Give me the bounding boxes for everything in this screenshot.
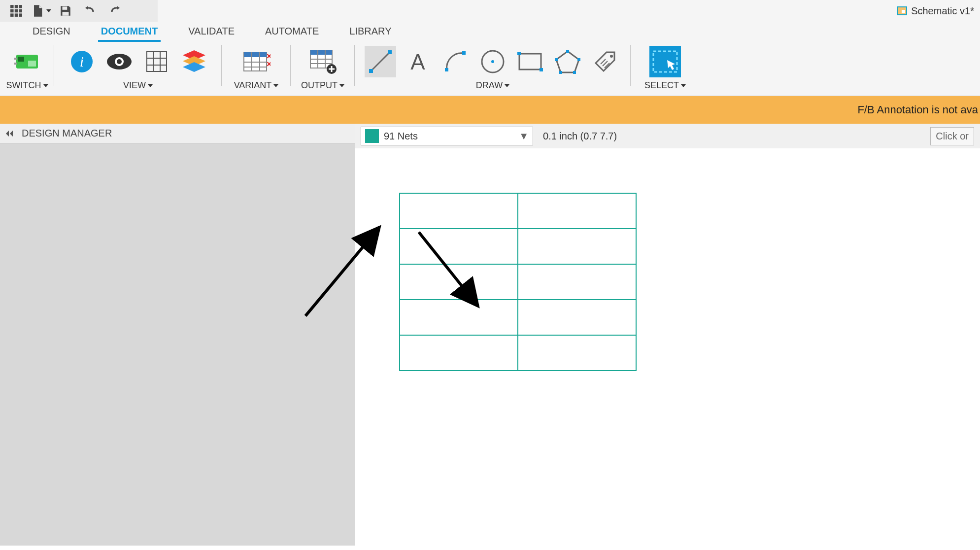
layer-select[interactable]: 91 Nets ▼ xyxy=(361,127,533,145)
canvas-toolbar: 91 Nets ▼ 0.1 inch (0.7 7.7) Click or xyxy=(355,124,980,148)
tab-design[interactable]: DESIGN xyxy=(30,24,73,42)
ribbon: SWITCH i VIEW xyxy=(0,42,980,96)
draw-rectangle-icon[interactable] xyxy=(514,46,546,77)
chevron-down-icon: ▼ xyxy=(519,131,529,142)
svg-point-43 xyxy=(491,60,494,63)
draw-polygon-icon[interactable] xyxy=(552,46,583,77)
warning-text: F/B Annotation is not ava xyxy=(857,103,978,116)
svg-text:×: × xyxy=(267,59,270,69)
save-icon[interactable] xyxy=(53,1,78,21)
layer-label: 91 Nets xyxy=(384,131,418,142)
table-cell xyxy=(518,193,636,229)
command-hint-input[interactable]: Click or xyxy=(930,127,974,145)
table-cell xyxy=(400,300,518,335)
draw-tag-icon[interactable] xyxy=(589,46,621,77)
svg-rect-48 xyxy=(566,50,569,53)
redo-icon[interactable] xyxy=(102,1,127,21)
svg-rect-22 xyxy=(244,52,267,57)
svg-rect-13 xyxy=(28,61,36,67)
apps-grid-icon[interactable] xyxy=(4,1,29,21)
svg-rect-41 xyxy=(462,51,466,55)
svg-line-36 xyxy=(371,52,390,71)
svg-rect-10 xyxy=(63,12,69,16)
draw-arc-icon[interactable] xyxy=(439,46,471,77)
table-cell xyxy=(400,264,518,300)
layer-color-swatch xyxy=(365,129,379,143)
document-title: Schematic v1* xyxy=(897,5,980,17)
tab-validate[interactable]: VALIDATE xyxy=(185,24,237,42)
svg-text:i: i xyxy=(80,53,84,69)
svg-point-53 xyxy=(610,55,613,58)
select-dropdown[interactable]: SELECT xyxy=(642,79,688,92)
draw-text-icon[interactable]: A xyxy=(402,46,434,77)
table-cell xyxy=(518,229,636,264)
design-manager-title: DESIGN MANAGER xyxy=(22,128,112,139)
svg-rect-46 xyxy=(540,68,543,71)
view-dropdown[interactable]: VIEW xyxy=(121,79,155,92)
switch-board-icon[interactable] xyxy=(11,46,43,77)
svg-rect-8 xyxy=(19,13,22,16)
layers-icon[interactable] xyxy=(178,46,210,77)
design-manager-panel: DESIGN MANAGER xyxy=(0,124,355,546)
main-tabs: DESIGN DOCUMENT VALIDATE AUTOMATE LIBRAR… xyxy=(0,22,980,42)
svg-rect-49 xyxy=(577,58,580,61)
svg-point-20 xyxy=(117,59,122,64)
svg-rect-45 xyxy=(517,52,521,55)
variant-dropdown[interactable]: VARIANT xyxy=(232,79,281,92)
svg-rect-37 xyxy=(369,69,373,73)
svg-rect-5 xyxy=(19,9,22,13)
svg-rect-44 xyxy=(519,54,541,69)
variant-table-icon[interactable]: × × xyxy=(240,46,272,77)
table-cell xyxy=(400,193,518,229)
svg-rect-50 xyxy=(573,71,576,74)
svg-marker-47 xyxy=(556,51,579,72)
svg-rect-30 xyxy=(310,50,332,55)
svg-rect-51 xyxy=(559,71,562,74)
warning-bar: F/B Annotation is not ava xyxy=(0,96,980,124)
table-cell xyxy=(518,300,636,335)
canvas-area[interactable]: 91 Nets ▼ 0.1 inch (0.7 7.7) Click or xyxy=(355,124,980,546)
schematic-icon xyxy=(897,6,907,15)
svg-rect-7 xyxy=(15,13,18,16)
svg-rect-1 xyxy=(15,5,18,8)
tab-library[interactable]: LIBRARY xyxy=(346,24,394,42)
svg-rect-52 xyxy=(555,58,558,61)
svg-rect-3 xyxy=(10,9,14,13)
document-title-text: Schematic v1* xyxy=(911,5,974,17)
svg-rect-38 xyxy=(388,50,392,54)
table-cell xyxy=(400,229,518,264)
eye-icon[interactable] xyxy=(103,46,135,77)
tab-automate[interactable]: AUTOMATE xyxy=(262,24,322,42)
switch-dropdown[interactable]: SWITCH xyxy=(4,79,50,92)
output-table-icon[interactable] xyxy=(307,46,338,77)
collapse-panel-icon[interactable] xyxy=(2,130,17,138)
grid-icon[interactable] xyxy=(141,46,172,77)
table-cell xyxy=(400,335,518,371)
svg-rect-6 xyxy=(10,13,14,16)
output-dropdown[interactable]: OUTPUT xyxy=(299,79,346,92)
table-cell xyxy=(518,335,636,371)
svg-rect-40 xyxy=(445,68,448,71)
svg-rect-9 xyxy=(63,6,68,9)
svg-rect-2 xyxy=(19,5,22,8)
undo-icon[interactable] xyxy=(78,1,102,21)
draw-circle-icon[interactable] xyxy=(477,46,508,77)
new-file-icon[interactable] xyxy=(29,1,53,21)
svg-rect-15 xyxy=(14,63,17,65)
svg-rect-14 xyxy=(14,58,17,60)
drawn-table xyxy=(399,193,637,371)
svg-text:A: A xyxy=(410,50,425,73)
svg-rect-0 xyxy=(10,5,14,8)
draw-line-icon[interactable] xyxy=(365,46,396,77)
select-tool-icon[interactable] xyxy=(649,46,681,77)
draw-dropdown[interactable]: DRAW xyxy=(474,79,511,92)
quick-access-toolbar xyxy=(0,0,158,22)
table-cell xyxy=(518,264,636,300)
tab-document[interactable]: DOCUMENT xyxy=(98,24,161,42)
coordinate-readout: 0.1 inch (0.7 7.7) xyxy=(543,131,617,142)
svg-rect-4 xyxy=(15,9,18,13)
svg-rect-12 xyxy=(18,57,24,62)
info-icon[interactable]: i xyxy=(66,46,98,77)
